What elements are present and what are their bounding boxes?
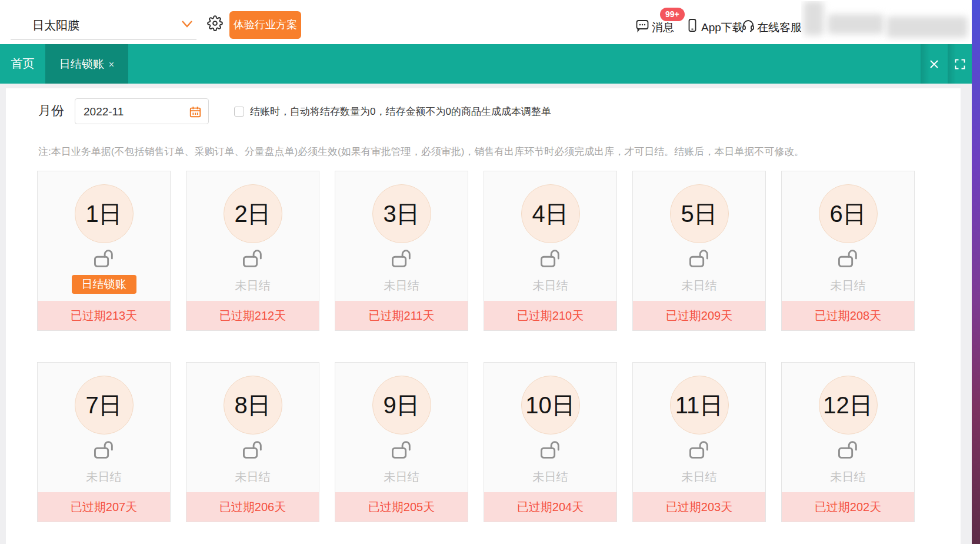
day-card[interactable]: 8日 未日结 已过期206天 xyxy=(186,362,319,522)
day-grid: 1日 日结锁账 已过期213天 2日 未日结 已过期212天 3日 xyxy=(37,171,915,522)
redacted-logo xyxy=(801,1,971,42)
unsettled-status-text: 未日结 xyxy=(335,278,468,294)
tab-daily-settlement[interactable]: 日结锁账× xyxy=(45,44,128,84)
unlock-icon xyxy=(539,248,562,269)
unlock-icon xyxy=(390,248,414,269)
unlock-icon xyxy=(241,439,265,460)
unsettled-status-text: 未日结 xyxy=(633,469,765,485)
online-service-label[interactable]: 在线客服 xyxy=(757,20,802,35)
unlock-icon xyxy=(688,248,711,269)
day-number: 3日 xyxy=(383,198,419,230)
daily-lock-button[interactable]: 日结锁账 xyxy=(72,275,136,294)
day-circle: 3日 xyxy=(372,184,431,243)
unsettled-status-text: 未日结 xyxy=(186,278,319,294)
trial-solution-button[interactable]: 体验行业方案 xyxy=(229,11,301,39)
day-card[interactable]: 11日 未日结 已过期203天 xyxy=(632,362,766,522)
expired-days-banner: 已过期212天 xyxy=(186,301,319,330)
expired-days-banner: 已过期208天 xyxy=(782,301,914,330)
unlock-icon xyxy=(539,439,562,460)
day-card[interactable]: 3日 未日结 已过期211天 xyxy=(335,171,468,331)
unsettled-status-text: 未日结 xyxy=(782,278,914,294)
tab-daily-settlement-label: 日结锁账 xyxy=(59,58,104,70)
day-circle: 12日 xyxy=(819,376,878,434)
app-download-icon[interactable] xyxy=(685,18,699,32)
day-card[interactable]: 1日 日结锁账 已过期213天 xyxy=(37,171,171,331)
day-number: 5日 xyxy=(681,198,717,230)
day-number: 10日 xyxy=(525,389,575,422)
day-circle: 4日 xyxy=(521,184,580,243)
day-circle: 9日 xyxy=(372,376,431,434)
month-label: 月份 xyxy=(38,102,64,120)
day-number: 11日 xyxy=(675,389,724,422)
company-select[interactable]: 日太阳膜 xyxy=(11,9,196,40)
settlement-adjust-checkbox[interactable] xyxy=(234,107,244,117)
day-card[interactable]: 10日 未日结 已过期204天 xyxy=(484,362,617,522)
month-picker-value: 2022-11 xyxy=(84,105,124,118)
main-panel: 月份 2022-11 结账时，自动将结存数量为0，结存金额不为0 xyxy=(6,88,961,544)
day-circle: 1日 xyxy=(75,184,134,243)
unlock-icon xyxy=(92,439,116,460)
screen: 日太阳膜 体验行业方案 xyxy=(0,0,980,544)
tab-close-icon[interactable]: × xyxy=(109,59,114,69)
expired-days-banner: 已过期203天 xyxy=(633,492,765,522)
expired-days-banner: 已过期213天 xyxy=(38,301,170,330)
day-number: 7日 xyxy=(85,389,122,422)
month-picker-input[interactable]: 2022-11 xyxy=(75,98,209,124)
day-card[interactable]: 9日 未日结 已过期205天 xyxy=(335,362,468,522)
headset-icon[interactable] xyxy=(741,18,755,32)
expired-days-banner: 已过期205天 xyxy=(335,492,468,522)
desktop-wallpaper-strip xyxy=(972,0,980,544)
unsettled-status-text: 未日结 xyxy=(484,469,616,485)
expired-days-banner: 已过期206天 xyxy=(186,492,319,522)
fullscreen-icon[interactable] xyxy=(948,44,972,84)
expired-days-banner: 已过期204天 xyxy=(484,492,616,522)
unlock-icon xyxy=(390,439,414,460)
unlock-icon xyxy=(92,248,116,269)
day-card[interactable]: 12日 未日结 已过期202天 xyxy=(781,362,915,522)
day-circle: 11日 xyxy=(670,376,729,434)
day-card[interactable]: 2日 未日结 已过期212天 xyxy=(186,171,319,331)
navbar-close-icon[interactable] xyxy=(921,44,948,84)
day-number: 1日 xyxy=(85,198,122,230)
unsettled-status-text: 未日结 xyxy=(38,469,170,485)
unsettled-status-text: 未日结 xyxy=(782,469,914,485)
unlock-icon xyxy=(836,439,860,460)
navbar: 首页 日结锁账× xyxy=(0,44,972,84)
messages-label[interactable]: 消息 xyxy=(652,20,674,35)
unlock-icon xyxy=(836,248,860,269)
settlement-adjust-checkbox-label: 结账时，自动将结存数量为0，结存金额不为0的商品生成成本调整单 xyxy=(250,105,551,118)
message-icon[interactable] xyxy=(635,18,649,32)
expired-days-banner: 已过期202天 xyxy=(782,492,914,522)
day-card[interactable]: 6日 未日结 已过期208天 xyxy=(781,171,915,331)
day-number: 9日 xyxy=(383,389,419,422)
unsettled-status-text: 未日结 xyxy=(484,278,616,294)
day-number: 6日 xyxy=(829,198,866,230)
messages-badge: 99+ xyxy=(660,8,685,21)
day-circle: 10日 xyxy=(521,376,580,434)
day-circle: 6日 xyxy=(819,184,878,243)
company-select-value: 日太阳膜 xyxy=(32,18,79,34)
app-download-label[interactable]: App下载 xyxy=(701,20,744,35)
unlock-icon xyxy=(241,248,265,269)
unlock-icon xyxy=(688,439,711,460)
day-circle: 2日 xyxy=(224,184,282,243)
calendar-icon xyxy=(189,105,202,118)
day-card[interactable]: 4日 未日结 已过期210天 xyxy=(484,171,617,331)
tab-home[interactable]: 首页 xyxy=(0,44,45,84)
expired-days-banner: 已过期211天 xyxy=(335,301,468,330)
day-card[interactable]: 7日 未日结 已过期207天 xyxy=(37,362,171,522)
note-text: 注:本日业务单据(不包括销售订单、采购订单、分量盘点单)必须生效(如果有审批管理… xyxy=(38,145,804,158)
unsettled-status-text: 未日结 xyxy=(335,469,468,485)
expired-days-banner: 已过期210天 xyxy=(484,301,616,330)
day-circle: 7日 xyxy=(75,376,134,434)
expired-days-banner: 已过期209天 xyxy=(633,301,765,330)
expired-days-banner: 已过期207天 xyxy=(38,492,170,522)
app-window: 日太阳膜 体验行业方案 xyxy=(0,0,972,544)
gear-icon[interactable] xyxy=(207,15,223,31)
chevron-down-icon xyxy=(181,20,193,31)
day-circle: 8日 xyxy=(224,376,282,434)
day-card[interactable]: 5日 未日结 已过期209天 xyxy=(632,171,766,331)
day-circle: 5日 xyxy=(670,184,729,243)
day-number: 4日 xyxy=(532,198,568,230)
day-number: 8日 xyxy=(234,389,271,422)
